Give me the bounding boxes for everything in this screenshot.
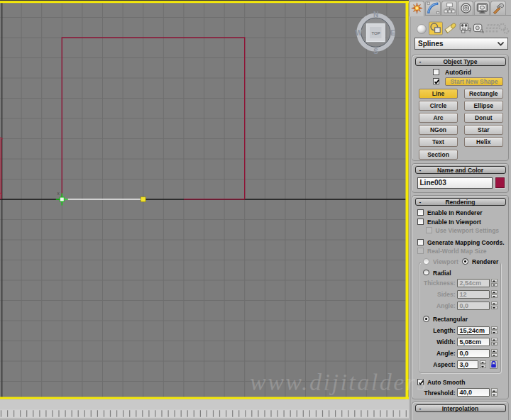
svg-text:N: N [373, 11, 378, 18]
svg-text:TOP: TOP [371, 31, 380, 35]
svg-text:W: W [356, 29, 363, 37]
svg-text:E: E [390, 29, 395, 37]
svg-text:S: S [373, 48, 378, 55]
